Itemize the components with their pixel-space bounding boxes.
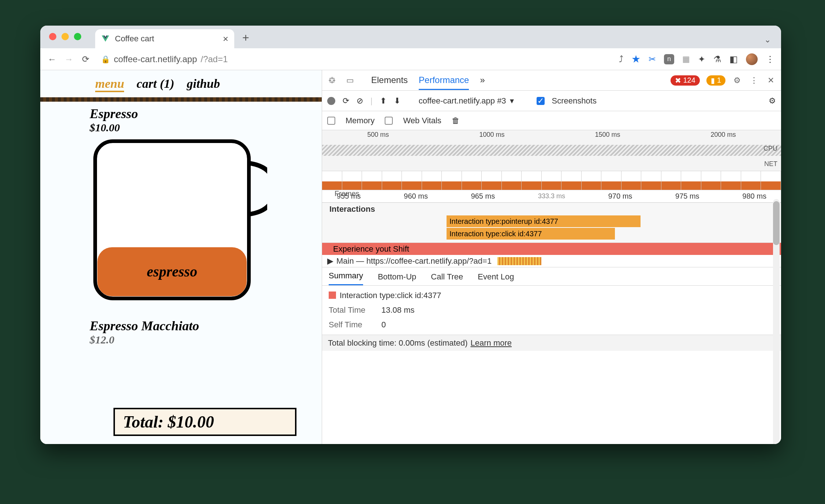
webvitals-checkbox[interactable] [385, 117, 393, 125]
page-nav: menu cart (1) github [40, 70, 322, 96]
new-tab-icon[interactable]: + [242, 31, 249, 48]
side-panel-icon[interactable]: ◧ [729, 54, 738, 64]
reload-record-icon[interactable]: ⟳ [343, 96, 349, 106]
vue-icon [101, 34, 110, 43]
ruler-tick: 970 ms [608, 192, 632, 200]
close-tab-icon[interactable]: × [223, 33, 228, 45]
cup-fill-label: espresso [147, 263, 197, 280]
ov-tick: 1500 ms [595, 131, 620, 139]
tabs-dropdown-icon[interactable]: ⌄ [764, 35, 771, 48]
interaction-bar[interactable]: Interaction type:click id:4377 [447, 228, 615, 240]
tbt-learn-more[interactable]: Learn more [471, 338, 512, 348]
browser-tab[interactable]: Coffee cart × [95, 29, 234, 48]
ov-tick: 2000 ms [710, 131, 736, 139]
summary-panel: Interaction type:click id:4377 Total Tim… [322, 286, 781, 335]
main-blocks [497, 257, 541, 265]
upload-icon[interactable]: ⬆ [380, 96, 387, 106]
cart-total[interactable]: Total: $10.00 [113, 408, 296, 436]
interactions-track[interactable]: Interaction type:pointerup id:4377 Inter… [322, 214, 781, 242]
bookmark-icon[interactable]: ★ [631, 53, 641, 65]
extension-grid-icon[interactable]: ▦ [682, 54, 690, 64]
maximize-window-icon[interactable] [74, 33, 81, 40]
download-icon[interactable]: ⬇ [394, 96, 400, 106]
recording-label: coffee-cart.netlify.app #3 [419, 96, 506, 106]
settings-icon[interactable]: ⚙ [732, 76, 742, 85]
extension-n-icon[interactable]: n [664, 54, 674, 64]
total-time-value: 13.08 ms [381, 305, 415, 315]
main-track[interactable]: ▶ Main — https://coffee-cart.netlify.app… [322, 255, 781, 267]
labs-icon[interactable]: ⚗ [713, 54, 721, 64]
item2-price: $12.0 [40, 334, 322, 346]
item-price: $10.00 [40, 121, 322, 134]
tab-title: Coffee cart [115, 34, 154, 44]
item-name: Espresso [40, 106, 322, 121]
window-controls [49, 33, 81, 40]
screenshots-checkbox[interactable]: ✓ [537, 97, 545, 105]
clear-icon[interactable]: ⊘ [356, 96, 363, 106]
tab-performance[interactable]: Performance [419, 71, 469, 90]
nav-menu[interactable]: menu [95, 77, 124, 92]
overview[interactable]: 500 ms 1000 ms 1500 ms 2000 ms CPU NET [322, 130, 781, 171]
address-bar: ← → ⟳ 🔒 coffee-cart.netlify.app/?ad=1 ⤴ … [40, 48, 781, 70]
devtools-menu-icon[interactable]: ⋮ [749, 76, 759, 85]
perf-settings-icon[interactable]: ⚙ [769, 96, 776, 106]
recording-select[interactable]: coffee-cart.netlify.app #3 ▾ [419, 96, 514, 106]
divider-beans [40, 97, 322, 102]
url-path: /?ad=1 [201, 54, 228, 64]
minimize-window-icon[interactable] [61, 33, 69, 40]
subtab-eventlog[interactable]: Event Log [478, 272, 514, 285]
devtools-close-icon[interactable]: ✕ [766, 76, 776, 85]
interaction-bar[interactable]: Interaction type:pointerup id:4377 [447, 215, 641, 227]
espresso-cup[interactable]: espresso [92, 138, 267, 306]
record-icon[interactable] [327, 97, 335, 105]
inspect-icon[interactable]: ⯐ [327, 76, 337, 85]
summary-title: Interaction type:click id:4377 [329, 291, 774, 300]
filmstrip[interactable] [322, 171, 781, 190]
ov-tick: 500 ms [367, 131, 389, 139]
nav-github[interactable]: github [187, 77, 220, 92]
reload-icon[interactable]: ⟳ [81, 54, 91, 64]
forward-icon[interactable]: → [64, 54, 74, 64]
screenshots-label: Screenshots [552, 96, 597, 106]
tab-elements[interactable]: Elements [371, 71, 408, 90]
memory-label: Memory [346, 116, 374, 125]
main-label: Main — https://coffee-cart.netlify.app/?… [336, 256, 492, 266]
memory-checkbox[interactable] [327, 117, 335, 125]
interactions-header: Interactions [322, 203, 781, 214]
close-window-icon[interactable] [49, 33, 56, 40]
experience-row[interactable]: Experience yout Shift [322, 242, 781, 255]
trash-icon[interactable]: 🗑 [452, 116, 460, 125]
browser-menu-icon[interactable]: ⋮ [766, 54, 774, 64]
time-ruler[interactable]: Frames 955 ms 960 ms 965 ms 333.3 ms 970… [322, 190, 781, 203]
ruler-hint: 333.3 ms [538, 192, 565, 200]
subtab-calltree[interactable]: Call Tree [431, 272, 463, 285]
tab-strip: Coffee cart × + ⌄ [40, 26, 781, 48]
error-count[interactable]: ✖ 124 [671, 75, 700, 86]
devtools-tabs: Elements Performance » [371, 71, 485, 90]
url-field[interactable]: 🔒 coffee-cart.netlify.app/?ad=1 [101, 54, 228, 64]
tab-more[interactable]: » [480, 71, 485, 90]
total-time-label: Total Time [329, 305, 373, 315]
share-icon[interactable]: ⤴ [619, 54, 623, 64]
ov-tick: 1000 ms [479, 131, 504, 139]
nav-cart[interactable]: cart (1) [137, 77, 174, 92]
subtab-bottomup[interactable]: Bottom-Up [378, 272, 416, 285]
chevron-down-icon: ▾ [510, 96, 514, 106]
back-icon[interactable]: ← [47, 54, 57, 64]
warning-count[interactable]: ▮ 1 [706, 75, 725, 86]
content-area: menu cart (1) github Espresso $10.00 esp… [40, 70, 781, 444]
toolbar-right: ⤴ ★ ✂ n ▦ ✦ ⚗ ◧ ⋮ [619, 53, 774, 65]
perf-toolbar: ⟳ ⊘ | ⬆ ⬇ coffee-cart.netlify.app #3 ▾ ✓… [322, 91, 781, 111]
perf-toolbar2: Memory Web Vitals 🗑 [322, 111, 781, 130]
subtab-summary[interactable]: Summary [329, 271, 363, 285]
ruler-tick: 960 ms [404, 192, 428, 200]
extensions-icon[interactable]: ✦ [698, 54, 705, 64]
net-label: NET [764, 160, 777, 168]
scissors-icon[interactable]: ✂ [649, 54, 656, 64]
device-toggle-icon[interactable]: ▭ [345, 76, 355, 85]
expand-icon[interactable]: ▶ [327, 256, 333, 266]
item2-name: Espresso Macchiato [40, 318, 322, 334]
webpage: menu cart (1) github Espresso $10.00 esp… [40, 70, 322, 444]
profile-avatar[interactable] [746, 53, 758, 65]
scrollbar-thumb[interactable] [773, 201, 780, 245]
